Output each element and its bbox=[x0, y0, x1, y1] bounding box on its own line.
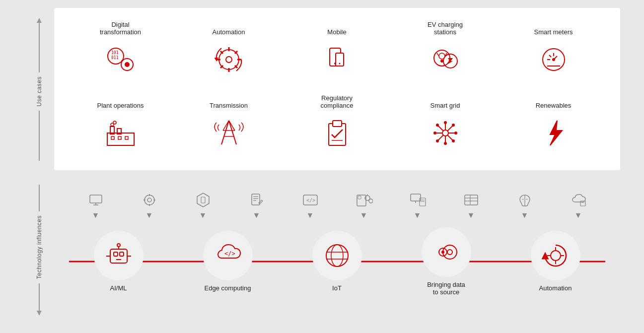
svg-line-58 bbox=[447, 126, 453, 131]
svg-rect-95 bbox=[465, 195, 478, 205]
svg-text:011: 011 bbox=[111, 56, 119, 60]
svg-point-20 bbox=[339, 63, 340, 64]
svg-point-119 bbox=[551, 251, 561, 261]
svg-rect-78 bbox=[201, 197, 205, 203]
data-source-label: Bringing datato source bbox=[427, 281, 465, 296]
transmission-icon bbox=[209, 113, 249, 153]
tech-node-data-source: Bringing datato source bbox=[422, 227, 471, 296]
use-case-smart-grid: Smart grid bbox=[394, 91, 497, 160]
data-source-circle bbox=[422, 227, 471, 277]
tech-small-settings: ▼ bbox=[127, 191, 172, 220]
digital-transformation-icon: 101 011 bbox=[101, 40, 141, 79]
timeline-items: AI/ML </> Edge computing bbox=[64, 227, 610, 296]
svg-rect-37 bbox=[111, 136, 114, 139]
down-arrow-7: ▼ bbox=[414, 211, 422, 220]
tech-panel: ▼ ▼ bbox=[54, 186, 620, 326]
transmission-label: Transmission bbox=[210, 91, 248, 109]
renewables-icon bbox=[534, 113, 573, 153]
down-arrow-2: ▼ bbox=[145, 211, 153, 220]
svg-point-63 bbox=[454, 132, 457, 134]
use-case-plant-operations: Plant operations bbox=[69, 91, 172, 160]
down-arrow-1: ▼ bbox=[92, 211, 100, 220]
main-container: Use cases Technology influences Digitalt… bbox=[24, 8, 620, 326]
svg-point-60 bbox=[444, 121, 447, 124]
svg-point-107 bbox=[117, 244, 120, 247]
svg-rect-104 bbox=[120, 252, 124, 256]
down-arrow-10: ▼ bbox=[574, 211, 582, 220]
svg-point-62 bbox=[433, 132, 436, 134]
plant-operations-icon bbox=[101, 113, 141, 153]
svg-marker-77 bbox=[197, 193, 209, 207]
svg-line-42 bbox=[221, 121, 229, 144]
tech-node-iot: IoT bbox=[312, 231, 362, 292]
svg-line-30 bbox=[549, 55, 551, 57]
svg-point-72 bbox=[147, 198, 151, 202]
main-content: Digitaltransformation 101 011 Automation bbox=[54, 8, 620, 326]
svg-rect-68 bbox=[90, 195, 102, 203]
svg-rect-103 bbox=[114, 252, 118, 256]
tech-small-edit: ▼ bbox=[234, 191, 279, 220]
svg-line-56 bbox=[438, 126, 443, 131]
aiml-circle bbox=[94, 231, 143, 280]
ev-charging-label: EV chargingstations bbox=[428, 18, 463, 36]
smart-meters-icon bbox=[534, 40, 573, 79]
edge-label: Edge computing bbox=[205, 284, 251, 292]
svg-line-4 bbox=[122, 60, 122, 61]
down-arrow-8: ▼ bbox=[467, 211, 475, 220]
use-case-automation: Automation bbox=[177, 18, 281, 87]
down-arrow-4: ▼ bbox=[253, 211, 261, 220]
edge-circle: </> bbox=[203, 231, 253, 280]
svg-point-71 bbox=[144, 195, 154, 205]
svg-line-24 bbox=[437, 53, 439, 56]
tech-small-icons-row: ▼ ▼ bbox=[54, 191, 620, 220]
down-arrow-9: ▼ bbox=[521, 211, 529, 220]
axis-labels: Use cases Technology influences bbox=[24, 8, 54, 326]
tech-node-aiml: AI/ML bbox=[94, 231, 143, 292]
use-cases-axis: Use cases bbox=[24, 18, 54, 161]
ev-charging-icon bbox=[426, 40, 465, 79]
svg-point-118 bbox=[447, 250, 452, 255]
svg-point-64 bbox=[436, 124, 439, 127]
svg-point-5 bbox=[125, 62, 130, 67]
tech-axis: Technology influences bbox=[24, 185, 54, 316]
svg-text:</>: </> bbox=[224, 250, 235, 257]
svg-rect-49 bbox=[333, 121, 342, 127]
use-case-digital-transformation: Digitaltransformation 101 011 bbox=[69, 18, 172, 87]
svg-point-111 bbox=[326, 245, 348, 266]
tech-label: Technology influences bbox=[36, 215, 43, 279]
down-arrow-6: ▼ bbox=[360, 211, 368, 220]
use-case-regulatory: Regulatorycompliance bbox=[286, 91, 389, 160]
svg-text:</>: </> bbox=[306, 198, 315, 203]
tech-small-monitor: ▼ bbox=[395, 191, 440, 220]
svg-point-67 bbox=[436, 139, 439, 142]
use-case-smart-meters: Smart meters bbox=[502, 18, 605, 87]
automation-label: Automation bbox=[213, 18, 245, 36]
mobile-label: Mobile bbox=[327, 18, 346, 36]
svg-rect-86 bbox=[358, 196, 361, 199]
svg-line-57 bbox=[447, 135, 453, 140]
svg-point-61 bbox=[444, 142, 447, 145]
timeline-row: AI/ML </> Edge computing bbox=[54, 227, 620, 296]
down-arrow-5: ▼ bbox=[306, 211, 314, 220]
svg-text:101: 101 bbox=[111, 51, 119, 55]
digital-transformation-label: Digitaltransformation bbox=[100, 18, 141, 36]
svg-rect-39 bbox=[125, 136, 128, 139]
smart-meters-label: Smart meters bbox=[534, 18, 572, 36]
tech-small-brain: ▼ bbox=[502, 191, 547, 220]
svg-rect-79 bbox=[252, 194, 260, 205]
svg-rect-85 bbox=[357, 195, 366, 206]
iot-label: IoT bbox=[332, 284, 342, 292]
use-case-transmission: Transmission bbox=[177, 91, 281, 160]
smart-grid-icon bbox=[426, 113, 465, 153]
svg-point-66 bbox=[452, 124, 455, 127]
tech-small-hexagon: ▼ bbox=[181, 191, 225, 220]
tech-small-code: </> ▼ bbox=[288, 191, 333, 220]
use-case-ev-charging: EV chargingstations bbox=[394, 18, 497, 87]
aiml-label: AI/ML bbox=[110, 284, 127, 292]
svg-point-7 bbox=[226, 57, 232, 63]
tech-small-device: ▼ bbox=[342, 191, 386, 220]
tech-node-automation: Automation bbox=[531, 231, 580, 292]
tech-small-cloud: ▼ bbox=[556, 191, 601, 220]
use-cases-panel: Digitaltransformation 101 011 Automation bbox=[54, 8, 620, 170]
automation-circle bbox=[531, 231, 580, 280]
